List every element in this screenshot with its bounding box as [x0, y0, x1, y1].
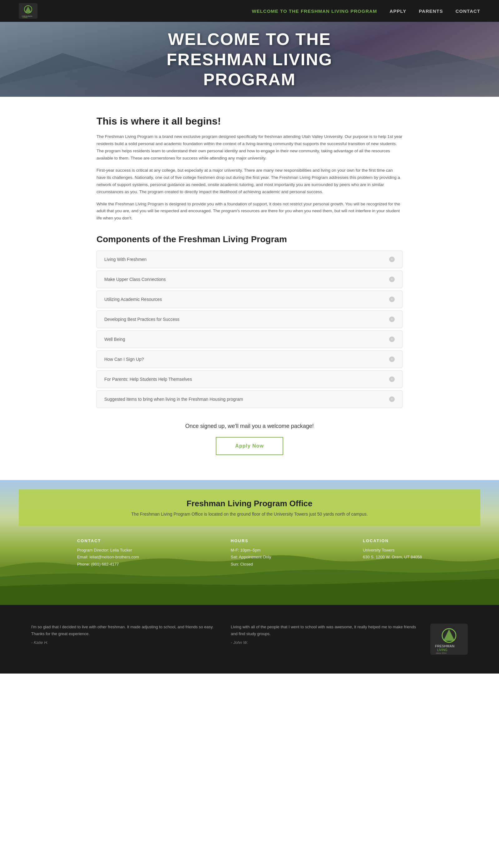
- accordion-label-3: Developing Best Practices for Success: [104, 317, 179, 322]
- accordion-label-6: For Parents: Help Students Help Themselv…: [104, 377, 192, 382]
- svg-text:since 2014: since 2014: [436, 652, 447, 654]
- intro-heading: This is where it all begins!: [97, 115, 402, 127]
- accordion-header-2[interactable]: Utilizing Academic Resources +: [97, 291, 402, 308]
- hero-section: WELCOME TO THE FRESHMAN LIVING PROGRAM: [0, 22, 499, 97]
- accordion-item-5: How Can I Sign Up? +: [97, 350, 402, 368]
- accordion-toggle-2[interactable]: +: [389, 297, 395, 302]
- accordion-label-0: Living With Freshmen: [104, 257, 146, 262]
- footer-hours-col: HOURS M-F: 10pm–5pm Sat: Appointment Onl…: [231, 538, 271, 568]
- footer-hours-mf: M-F: 10pm–5pm: [231, 547, 271, 554]
- accordion-label-7: Suggested items to bring when living in …: [104, 397, 243, 402]
- nav-logo[interactable]: FRESHMAN LIVING: [19, 3, 37, 19]
- apply-promo: Once signed up, we'll mail you a welcome…: [97, 423, 402, 430]
- accordion-header-6[interactable]: For Parents: Help Students Help Themselv…: [97, 371, 402, 388]
- intro-para-2: First-year success is critical at any co…: [97, 167, 402, 196]
- footer-contact-col: CONTACT Program Director: Lelia Tucker E…: [77, 538, 139, 568]
- svg-text:LIVING: LIVING: [437, 648, 448, 652]
- apply-now-button[interactable]: Apply Now: [216, 437, 283, 455]
- footer-hours-sun: Sun: Closed: [231, 561, 271, 568]
- nav-link-welcome[interactable]: WELCOME TO THE FRESHMAN LIVING PROGRAM: [252, 9, 377, 14]
- accordion-label-2: Utilizing Academic Resources: [104, 297, 162, 302]
- testimonial-2: Living with all of the people that I wen…: [231, 624, 418, 645]
- testimonial-2-quote: Living with all of the people that I wen…: [231, 624, 418, 637]
- testimonial-1-quote: I'm so glad that I decided to live with …: [31, 624, 218, 637]
- footer-location-heading: LOCATION: [363, 538, 422, 543]
- accordion-toggle-6[interactable]: +: [389, 376, 395, 382]
- footer-location-line1: University Towers: [363, 547, 422, 554]
- footer-banner-title: Freshman Living Program Office: [31, 499, 468, 508]
- nav-link-contact[interactable]: CONTACT: [455, 9, 480, 14]
- footer-banner-subtitle: The Freshman Living Program Office is lo…: [31, 511, 468, 517]
- accordion-toggle-7[interactable]: +: [389, 396, 395, 402]
- accordion-label-1: Make Upper Class Connections: [104, 277, 166, 282]
- footer-contact-email[interactable]: Email: leliat@nelson-brothers.com: [77, 554, 139, 560]
- nav-links: WELCOME TO THE FRESHMAN LIVING PROGRAM A…: [252, 9, 480, 14]
- testimonial-1: I'm so glad that I decided to live with …: [31, 624, 218, 645]
- footer-contact-phone: Phone: (801) 682-4177: [77, 561, 139, 568]
- apply-section: Once signed up, we'll mail you a welcome…: [97, 410, 402, 461]
- accordion-toggle-5[interactable]: +: [389, 357, 395, 362]
- accordion-toggle-4[interactable]: +: [389, 336, 395, 342]
- intro-para-3: While the Freshman Living Program is des…: [97, 201, 402, 222]
- accordion-item-1: Make Upper Class Connections +: [97, 271, 402, 288]
- accordion-item-7: Suggested items to bring when living in …: [97, 390, 402, 408]
- testimonial-1-author: - Katie H.: [31, 640, 48, 645]
- footer-section: Freshman Living Program Office The Fresh…: [0, 480, 499, 605]
- accordion-item-0: Living With Freshmen +: [97, 251, 402, 268]
- accordion-header-0[interactable]: Living With Freshmen +: [97, 251, 402, 268]
- accordion-header-5[interactable]: How Can I Sign Up? +: [97, 351, 402, 368]
- accordion-header-4[interactable]: Well Being +: [97, 331, 402, 348]
- accordion-header-1[interactable]: Make Upper Class Connections +: [97, 271, 402, 288]
- footer-contact-director: Program Director: Lelia Tucker: [77, 547, 139, 554]
- svg-text:LIVING: LIVING: [23, 16, 28, 18]
- accordion-toggle-3[interactable]: +: [389, 317, 395, 322]
- accordion-item-4: Well Being +: [97, 331, 402, 348]
- svg-text:FRESHMAN: FRESHMAN: [435, 644, 454, 648]
- intro-para-1: The Freshman Living Program is a brand n…: [97, 133, 402, 162]
- accordion-label-5: How Can I Sign Up?: [104, 357, 144, 362]
- dark-footer: I'm so glad that I decided to live with …: [0, 605, 499, 673]
- testimonial-2-author: - John W.: [231, 640, 248, 645]
- footer-contact-heading: CONTACT: [77, 538, 139, 543]
- footer-hours-sat: Sat: Appointment Only: [231, 554, 271, 560]
- accordion-header-3[interactable]: Developing Best Practices for Success +: [97, 311, 402, 328]
- footer-logo-area: FRESHMAN LIVING since 2014: [430, 624, 468, 655]
- footer-info: CONTACT Program Director: Lelia Tucker E…: [0, 526, 499, 580]
- accordion-label-4: Well Being: [104, 337, 125, 342]
- navbar: FRESHMAN LIVING WELCOME TO THE FRESHMAN …: [0, 0, 499, 22]
- accordion-header-7[interactable]: Suggested items to bring when living in …: [97, 391, 402, 408]
- footer-location-col: LOCATION University Towers 630 S. 1200 W…: [363, 538, 422, 568]
- hero-title: WELCOME TO THE FRESHMAN LIVING PROGRAM: [125, 29, 374, 90]
- accordion-toggle-1[interactable]: +: [389, 276, 395, 282]
- main-content: This is where it all begins! The Freshma…: [84, 97, 415, 480]
- footer-location-line2: 630 S. 1200 W. Orem, UT 84058: [363, 554, 422, 560]
- components-heading: Components of the Freshman Living Progra…: [97, 234, 402, 244]
- accordion-item-3: Developing Best Practices for Success +: [97, 311, 402, 328]
- footer-logo: FRESHMAN LIVING since 2014: [430, 624, 468, 655]
- footer-hours-heading: HOURS: [231, 538, 271, 543]
- nav-link-parents[interactable]: PARENTS: [419, 9, 443, 14]
- nav-link-apply[interactable]: APPLY: [390, 9, 406, 14]
- accordion-toggle-0[interactable]: +: [389, 257, 395, 262]
- accordion-item-2: Utilizing Academic Resources +: [97, 290, 402, 308]
- footer-banner: Freshman Living Program Office The Fresh…: [19, 489, 480, 526]
- accordion-item-6: For Parents: Help Students Help Themselv…: [97, 371, 402, 388]
